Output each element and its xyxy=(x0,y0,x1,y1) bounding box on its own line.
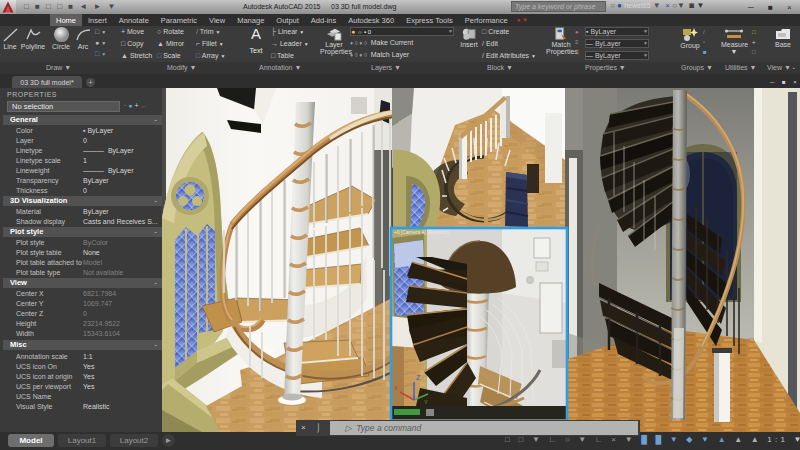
svg-text:+0 [Camera 4] [Realistic]: +0 [Camera 4] [Realistic] xyxy=(394,229,449,235)
svg-text:Z: Z xyxy=(416,374,421,381)
svg-text:Y: Y xyxy=(424,399,428,405)
svg-text:X: X xyxy=(394,385,398,391)
